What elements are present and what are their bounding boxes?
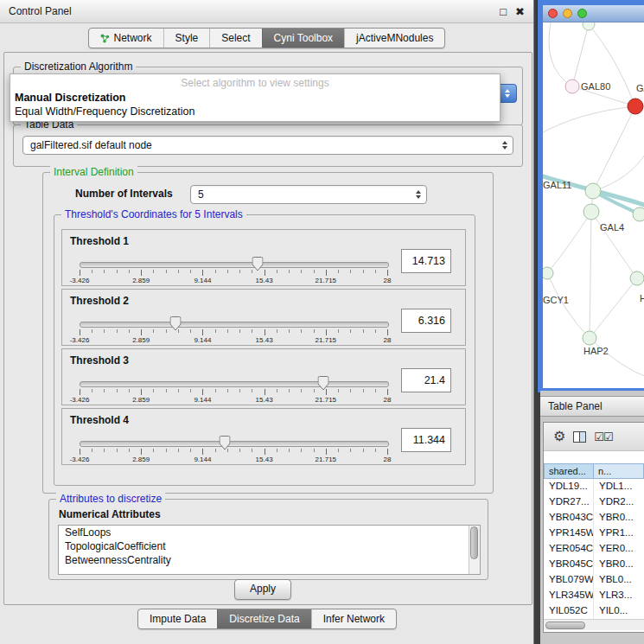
gear-icon[interactable]: ⚙ <box>553 430 565 443</box>
table-header-row: shared... n... <box>544 463 644 479</box>
table-cell[interactable]: YIL052C <box>544 603 594 619</box>
table-cell[interactable]: YER0... <box>594 541 644 557</box>
slider-tick <box>227 449 228 452</box>
table-row[interactable]: YBR043CYBR0... <box>544 510 644 526</box>
table-cell[interactable]: YDR2... <box>594 494 644 510</box>
table-horizontal-scrollbar[interactable] <box>544 619 644 630</box>
network-node[interactable] <box>543 267 553 279</box>
close-traffic-light-icon[interactable] <box>548 9 558 18</box>
network-edge[interactable] <box>543 106 635 135</box>
table-cell[interactable]: YER054C <box>544 541 594 557</box>
network-node[interactable] <box>630 271 644 285</box>
table-cell[interactable]: YBL0... <box>594 572 644 588</box>
table-row[interactable]: YER054CYER0... <box>544 541 644 557</box>
table-cell[interactable]: YPR145W <box>544 526 594 541</box>
tab-impute-data[interactable]: Impute Data <box>138 609 217 628</box>
network-edge[interactable] <box>547 273 590 338</box>
slider-tick <box>104 329 105 333</box>
dropdown-option-equal-width-frequency[interactable]: Equal Width/Frequency Discretization <box>10 105 500 118</box>
slider-ticks <box>80 270 387 277</box>
table-row[interactable]: YBR045CYBR0... <box>544 557 644 572</box>
column-header-name[interactable]: n... <box>594 463 644 479</box>
scrollbar-thumb[interactable] <box>470 526 478 559</box>
table-cell[interactable]: YIL0... <box>594 603 644 619</box>
threshold-value-input[interactable] <box>401 368 451 392</box>
table-data-combobox[interactable]: galFiltered.sif default node <box>22 136 513 155</box>
table-cell[interactable]: YBR0... <box>594 510 644 526</box>
threshold-value-input[interactable] <box>401 249 451 273</box>
network-edge[interactable] <box>590 278 637 338</box>
number-of-intervals-combobox[interactable]: 5 <box>190 185 427 204</box>
network-edge[interactable] <box>593 106 635 191</box>
tab-jactivemnodules[interactable]: jActiveMNodules <box>344 29 444 48</box>
table-cell[interactable]: YPR1... <box>594 526 644 541</box>
table-toolbar: ⚙ ☑☑ <box>544 423 644 451</box>
network-edge[interactable] <box>593 152 644 191</box>
table-row[interactable]: YPR145WYPR1... <box>544 526 644 541</box>
network-node[interactable] <box>585 183 601 199</box>
tab-cyni-toolbox[interactable]: Cyni Toolbox <box>262 29 344 48</box>
slider-tick <box>350 329 351 333</box>
network-node[interactable] <box>628 99 643 114</box>
table-cell[interactable]: YBR0... <box>594 557 644 572</box>
threshold-slider-track[interactable] <box>80 262 389 268</box>
tab-label: Infer Network <box>323 613 385 625</box>
table-cell[interactable]: YLR345W <box>544 588 594 603</box>
columns-icon[interactable] <box>573 431 586 443</box>
network-node[interactable] <box>583 22 595 30</box>
column-header-shared-name[interactable]: shared... <box>544 463 594 479</box>
tab-infer-network[interactable]: Infer Network <box>311 609 396 628</box>
slider-tick <box>387 449 388 455</box>
network-window-titlebar[interactable] <box>543 5 644 22</box>
zoom-traffic-light-icon[interactable] <box>577 9 587 18</box>
table-cell[interactable]: YDL19... <box>544 479 594 494</box>
threshold-slider-track[interactable] <box>80 441 389 447</box>
minimize-traffic-light-icon[interactable] <box>563 9 572 18</box>
apply-button[interactable]: Apply <box>234 579 291 600</box>
network-node[interactable] <box>583 331 596 345</box>
network-node[interactable] <box>633 207 644 221</box>
tab-network[interactable]: Network <box>89 29 163 48</box>
threshold-value-input[interactable] <box>401 428 451 452</box>
slider-ticks <box>80 389 387 396</box>
minimize-icon[interactable]: □ <box>500 6 507 17</box>
scrollbar-thumb[interactable] <box>545 622 585 629</box>
network-canvas[interactable]: GAL80GAGAL11GAL4GCY1HHAP2 <box>543 22 644 388</box>
select-all-checkbox-icon[interactable]: ☑☑ <box>594 431 612 443</box>
network-edge[interactable] <box>572 24 589 86</box>
network-edge[interactable] <box>590 212 591 338</box>
network-node[interactable] <box>565 80 579 93</box>
table-cell[interactable]: YDL1... <box>594 479 644 494</box>
tab-select[interactable]: Select <box>209 29 261 48</box>
table-row[interactable]: YDL19...YDL1... <box>544 479 644 494</box>
tab-discretize-data[interactable]: Discretize Data <box>217 609 310 628</box>
network-edge[interactable] <box>549 22 572 86</box>
close-icon[interactable]: ✖ <box>515 6 525 17</box>
table-row[interactable]: YBL079WYBL0... <box>544 572 644 588</box>
control-panel-titlebar[interactable]: Control Panel □ ✖ <box>0 0 533 23</box>
table-cell[interactable]: YBR045C <box>544 557 594 572</box>
table-cell[interactable]: YBR043C <box>544 510 594 526</box>
attribute-item[interactable]: TopologicalCoefficient <box>59 539 480 553</box>
table-cell[interactable]: YBL079W <box>544 572 594 588</box>
tick-label: -3.426 <box>70 396 90 404</box>
attribute-item[interactable]: SelfLoops <box>59 526 480 539</box>
table-row[interactable]: YIL052CYIL0... <box>544 603 644 619</box>
network-edge[interactable] <box>590 338 644 379</box>
dropdown-placeholder-item[interactable]: Select algorithm to view settings <box>10 74 500 91</box>
table-cell[interactable]: YDR27... <box>544 494 594 510</box>
threshold-slider-track[interactable] <box>80 322 389 328</box>
network-node[interactable] <box>583 204 599 220</box>
tick-label: 15.43 <box>256 277 273 284</box>
table-row[interactable]: YLR345WYLR3... <box>544 588 644 603</box>
threshold-slider-track[interactable] <box>80 381 389 387</box>
tab-style[interactable]: Style <box>163 29 210 48</box>
list-vertical-scrollbar[interactable] <box>469 526 480 574</box>
attribute-item[interactable]: BetweennessCentrality <box>59 553 480 567</box>
table-cell[interactable]: YLR3... <box>594 588 644 603</box>
network-edge[interactable] <box>547 212 591 273</box>
table-panel-header[interactable]: Table Panel <box>540 396 644 417</box>
threshold-value-input[interactable] <box>401 309 451 333</box>
dropdown-option-manual-discretization[interactable]: Manual Discretization <box>10 91 500 105</box>
table-row[interactable]: YDR27...YDR2... <box>544 494 644 510</box>
